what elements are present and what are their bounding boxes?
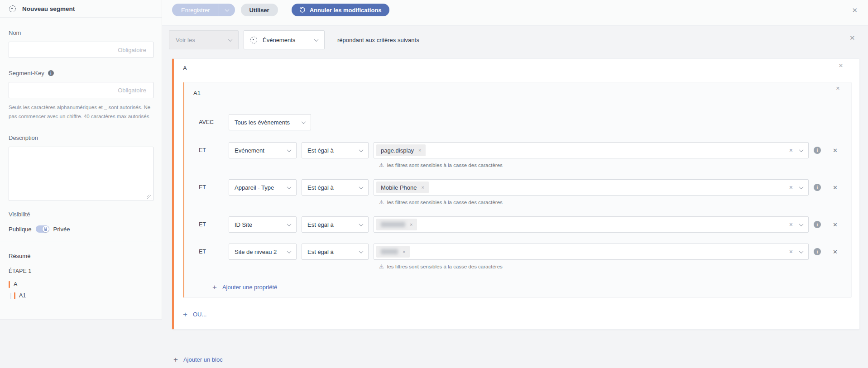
value-tags: × xyxy=(376,219,789,230)
condition: ET ID Site Est égal à × × i ✕ xyxy=(184,216,851,233)
description-textarea[interactable] xyxy=(9,147,153,201)
operator-select-value: Est égal à xyxy=(307,221,334,228)
delete-condition-icon[interactable]: ✕ xyxy=(833,148,838,153)
save-button-label: Enregistrer xyxy=(172,7,219,14)
operator-select[interactable]: Est égal à xyxy=(302,179,369,196)
property-select[interactable]: Site de niveau 2 xyxy=(229,244,297,260)
summary-title: Résumé xyxy=(9,253,153,259)
chevron-down-icon xyxy=(359,249,364,253)
remove-tag-icon[interactable]: × xyxy=(422,185,424,190)
undo-icon xyxy=(299,7,306,13)
chevron-down-icon xyxy=(287,148,292,152)
condition-connector-label: ET xyxy=(199,147,229,153)
toggle-knob xyxy=(43,226,49,232)
events-icon xyxy=(250,37,257,43)
warning-icon: ⚠ xyxy=(379,264,384,269)
scope-suffix-text: répondant aux critères suivants xyxy=(337,37,419,43)
warning-text: les filtres sont sensibles à la casse de… xyxy=(387,264,503,269)
name-input[interactable] xyxy=(9,42,153,58)
save-options-dropdown[interactable] xyxy=(219,9,235,12)
value-tags: Mobile Phone× xyxy=(376,182,789,193)
summary-item-bar xyxy=(9,281,10,288)
property-select[interactable]: Evénement xyxy=(229,142,297,158)
operator-select[interactable]: Est égal à xyxy=(302,142,369,158)
add-or-label: OU... xyxy=(193,311,206,318)
all-events-select[interactable]: Tous les évènements xyxy=(229,114,311,130)
chevron-down-icon xyxy=(225,7,229,12)
block-label: A xyxy=(183,65,187,72)
add-block-button[interactable]: + Ajouter un bloc xyxy=(173,356,223,363)
scope-bar: Voir les Événements répondant aux critèr… xyxy=(169,30,419,49)
warning-text: les filtres sont sensibles à la casse de… xyxy=(387,200,503,205)
info-icon[interactable]: i xyxy=(814,248,821,255)
info-icon[interactable]: i xyxy=(814,221,821,228)
redacted-value xyxy=(381,249,398,254)
condition: ET Evénement Est égal à page.display× × … xyxy=(184,142,851,168)
case-sensitivity-warning: ⚠ les filtres sont sensibles à la casse … xyxy=(379,199,851,206)
summary-item-bar xyxy=(14,292,15,299)
clear-values-icon[interactable]: × xyxy=(789,249,793,255)
remove-tag-icon[interactable]: × xyxy=(410,222,412,227)
property-select[interactable]: ID Site xyxy=(229,216,297,233)
case-sensitivity-warning: ⚠ les filtres sont sensibles à la casse … xyxy=(379,162,851,168)
clear-values-icon[interactable]: × xyxy=(789,147,793,153)
condition: ET Appareil - Type Est égal à Mobile Pho… xyxy=(184,179,851,206)
delete-block-icon[interactable]: ✕ xyxy=(839,63,843,68)
delete-condition-icon[interactable]: ✕ xyxy=(833,249,838,255)
value-input[interactable]: × × xyxy=(374,244,809,260)
value-tag: × xyxy=(376,219,417,230)
step-label: ÉTAPE 1 xyxy=(9,268,153,274)
view-select[interactable]: Voir les xyxy=(169,30,239,49)
add-block-label: Ajouter un bloc xyxy=(183,356,223,363)
close-editor-icon[interactable]: ✕ xyxy=(852,7,858,14)
value-input[interactable]: × × xyxy=(374,216,809,233)
segment-key-label: Segment-Key xyxy=(9,70,44,76)
remove-scope-icon[interactable]: ✕ xyxy=(849,34,855,41)
visibility-toggle[interactable] xyxy=(36,225,49,233)
summary-list: A A1 xyxy=(9,281,153,299)
clear-values-icon[interactable]: × xyxy=(789,184,793,191)
value-input[interactable]: Mobile Phone× × xyxy=(374,179,809,196)
all-events-select-value: Tous les évènements xyxy=(235,119,290,126)
summary-item-label: A xyxy=(14,281,17,287)
operator-select-value: Est égal à xyxy=(307,249,334,255)
chevron-down-icon xyxy=(799,148,804,152)
remove-tag-icon[interactable]: × xyxy=(403,249,405,254)
chevron-down-icon xyxy=(799,222,804,226)
info-icon[interactable]: i xyxy=(48,70,54,76)
chevron-down-icon xyxy=(799,249,804,253)
operator-select[interactable]: Est égal à xyxy=(302,244,369,260)
visibility-public-label: Publique xyxy=(9,226,32,233)
property-select[interactable]: Appareil - Type xyxy=(229,179,297,196)
delete-condition-icon[interactable]: ✕ xyxy=(833,222,838,228)
segment-block-a1: A1 ✕ AVEC Tous les évènements ET Evéneme… xyxy=(183,82,852,298)
scope-connector-label: AVEC xyxy=(199,119,229,125)
clear-values-icon[interactable]: × xyxy=(789,221,793,228)
info-icon[interactable]: i xyxy=(814,147,821,154)
condition-connector-label: ET xyxy=(199,184,229,191)
value-input[interactable]: page.display× × xyxy=(374,142,809,158)
segment-key-input[interactable] xyxy=(9,82,153,98)
segment-sidebar: Nouveau segment Nom Segment-Key i Seuls … xyxy=(0,0,162,320)
summary-item-label: A1 xyxy=(19,292,26,299)
delete-sub-block-icon[interactable]: ✕ xyxy=(836,86,840,91)
save-button[interactable]: Enregistrer xyxy=(172,4,235,16)
undo-changes-button[interactable]: Annuler les modifications xyxy=(292,4,389,16)
indent-guide xyxy=(10,293,11,299)
entity-select[interactable]: Événements xyxy=(244,30,325,49)
segment-block-a: A ✕ A1 ✕ AVEC Tous les évènements ET Evé… xyxy=(172,58,860,330)
warning-text: les filtres sont sensibles à la casse de… xyxy=(387,162,503,168)
sidebar-divider xyxy=(0,242,162,242)
remove-tag-icon[interactable]: × xyxy=(418,148,421,153)
page-title: Nouveau segment xyxy=(22,5,75,12)
delete-condition-icon[interactable]: ✕ xyxy=(833,185,838,191)
use-button[interactable]: Utiliser xyxy=(241,4,278,16)
operator-select[interactable]: Est égal à xyxy=(302,216,369,233)
add-property-button[interactable]: + Ajouter une propriété xyxy=(212,283,851,291)
sub-block-label: A1 xyxy=(193,90,201,96)
warning-icon: ⚠ xyxy=(379,162,384,168)
summary-item[interactable]: A xyxy=(9,281,153,288)
info-icon[interactable]: i xyxy=(814,184,821,191)
summary-item[interactable]: A1 xyxy=(9,292,153,299)
add-or-button[interactable]: + OU... xyxy=(183,311,206,318)
